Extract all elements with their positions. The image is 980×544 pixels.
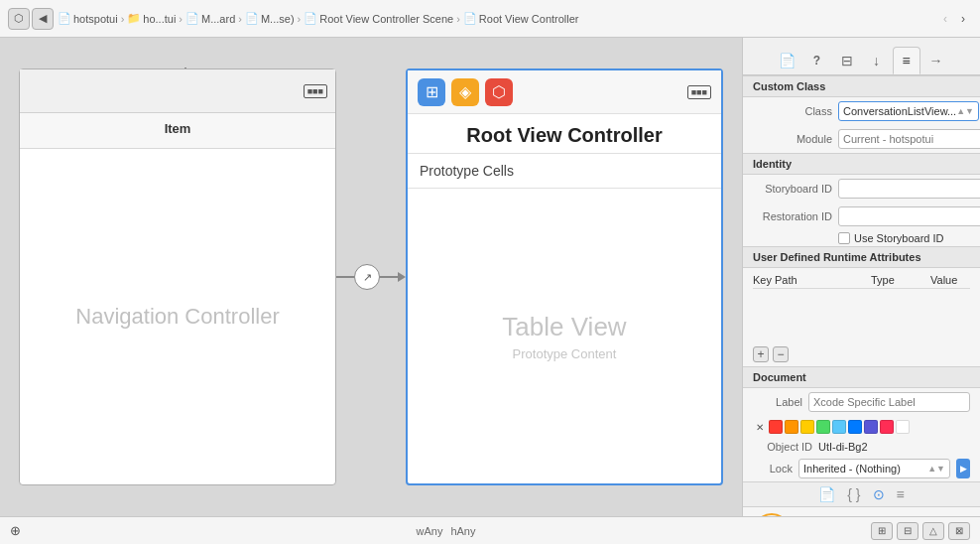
tab-identity[interactable]: ⊟ <box>833 47 861 74</box>
breadcrumb-icon-6: 📄 <box>463 12 477 25</box>
height-any-label: hAny <box>450 525 475 537</box>
swatch-orange[interactable] <box>785 420 798 434</box>
toolbar-nav: ⬡ ◀ <box>8 8 54 30</box>
swatch-light-blue[interactable] <box>832 420 846 434</box>
table-top-bar: ⊞ ◈ ⬡ ■■■ <box>408 70 721 114</box>
tab-connections[interactable]: → <box>922 47 950 74</box>
breadcrumb-item-2[interactable]: ho...tui <box>143 13 176 25</box>
breadcrumb-item-3[interactable]: M...ard <box>201 13 235 25</box>
runtime-table-body <box>753 289 970 339</box>
nav-controller: ■■■ Item Navigation Controller <box>19 68 336 485</box>
tab-help[interactable]: ? <box>803 47 831 74</box>
table-view-controller: ⊞ ◈ ⬡ ■■■ Root View Controller Prototype… <box>406 68 723 485</box>
object-id-row: Object ID UtI-di-Bg2 <box>743 438 980 456</box>
breadcrumb-icon-5: 📄 <box>304 12 317 25</box>
color-swatches-row: ✕ <box>743 416 980 438</box>
label-field-label: Label <box>753 396 802 408</box>
class-stepper-icon: ▲▼ <box>956 106 974 116</box>
chevron-nav: ‹ › <box>936 8 972 30</box>
breadcrumb-icon-2: 📁 <box>127 12 141 25</box>
forward-button[interactable]: ◀ <box>32 8 54 30</box>
bottom-left: ⊕ <box>10 523 21 538</box>
breadcrumb-item-1[interactable]: hotspotui <box>73 13 118 25</box>
chevron-left-button[interactable]: ‹ <box>936 8 954 30</box>
object-id-label: Object ID <box>753 441 812 453</box>
bptab-identity[interactable]: ⊙ <box>873 486 885 502</box>
relationship-icon: ↗ <box>363 271 372 284</box>
panel-tabs: 📄 ? ⊟ ↓ ≡ → <box>743 38 980 75</box>
bottom-add-icon[interactable]: ⊕ <box>10 523 21 538</box>
swatch-white[interactable] <box>896 420 910 434</box>
cube-icon: ◈ <box>451 78 479 106</box>
breadcrumb-icon-3: 📄 <box>185 12 199 25</box>
nav-controller-status-bar: ■■■ <box>20 69 335 113</box>
main-area: ■■■ Item Navigation Controller ↗ ⊞ ◈ <box>0 38 980 516</box>
class-value: ConversationListView... <box>843 105 956 117</box>
module-input[interactable] <box>838 129 980 149</box>
lock-action-btn[interactable]: ▶ <box>956 459 970 478</box>
lock-select[interactable]: Inherited - (Nothing) ▲▼ <box>798 459 950 478</box>
add-attribute-button[interactable]: + <box>753 346 769 362</box>
breadcrumb-item-4[interactable]: M...se) <box>261 13 295 25</box>
use-storyboard-checkbox[interactable] <box>838 232 850 244</box>
swatch-blue[interactable] <box>848 420 862 434</box>
label-input[interactable] <box>808 392 970 412</box>
breadcrumb-item-6[interactable]: Root View Controller <box>479 13 579 25</box>
runtime-attributes-header: User Defined Runtime Attributes <box>743 246 980 268</box>
class-input[interactable]: ConversationListView... ▲▼ <box>838 101 979 121</box>
toolbar: ⬡ ◀ 📄 hotspotui › 📁 ho...tui › 📄 M...ard… <box>0 0 980 38</box>
bptab-attributes[interactable]: ≡ <box>897 486 905 502</box>
back-icon: ⬡ <box>14 12 24 25</box>
bottom-right: ⊞ ⊟ △ ⊠ <box>871 522 970 540</box>
bptab-code[interactable]: { } <box>847 486 860 502</box>
swatch-pink[interactable] <box>880 420 894 434</box>
bptab-file[interactable]: 📄 <box>818 486 835 502</box>
exit-icon: ⬡ <box>485 78 513 106</box>
update-frames-button[interactable]: ⊠ <box>948 522 970 540</box>
tab-attributes[interactable]: ≡ <box>893 47 920 74</box>
custom-class-header: Custom Class <box>743 75 980 97</box>
lock-row: Lock Inherited - (Nothing) ▲▼ ▶ <box>743 456 980 481</box>
bottom-center: wAny hAny <box>417 525 476 537</box>
table-top-icons: ⊞ ◈ ⬡ <box>418 78 513 106</box>
swatch-purple[interactable] <box>864 420 878 434</box>
pin-tool-button[interactable]: ⊟ <box>897 522 919 540</box>
canvas: ■■■ Item Navigation Controller ↗ ⊞ ◈ <box>0 38 742 516</box>
right-panel: 📄 ? ⊟ ↓ ≡ → Custom Class Class Conversat… <box>742 38 980 516</box>
restoration-id-label: Restoration ID <box>753 210 832 222</box>
label-field-row: Label <box>743 388 980 416</box>
prototype-cells-label: Prototype Cells <box>420 163 514 179</box>
table-view-main-label: Table View <box>502 312 626 342</box>
table-view-title: Root View Controller <box>420 124 709 147</box>
lock-dropdown-icon: ▲▼ <box>927 464 945 474</box>
storyboard-id-input[interactable] <box>838 179 980 199</box>
storyboard-id-row: Storyboard ID <box>743 175 980 203</box>
swatch-yellow[interactable] <box>800 420 814 434</box>
back-button[interactable]: ⬡ <box>8 8 30 30</box>
identity-header: Identity <box>743 153 980 175</box>
bottom-panel-tabs: 📄 { } ⊙ ≡ <box>743 481 980 507</box>
swatch-red[interactable] <box>769 420 783 434</box>
align-tool-button[interactable]: ⊞ <box>871 522 893 540</box>
panel-scroll-area: Custom Class Class ConversationListView.… <box>743 75 980 516</box>
tab-file[interactable]: 📄 <box>774 47 801 74</box>
tab-size[interactable]: ↓ <box>863 47 891 74</box>
prototype-cells-section: Prototype Cells <box>408 154 721 189</box>
object-id-value: UtI-di-Bg2 <box>818 441 868 453</box>
breadcrumb-item-5[interactable]: Root View Controller Scene <box>319 13 453 25</box>
resolve-tool-button[interactable]: △ <box>922 522 944 540</box>
storyboard-checkbox-row: Use Storyboard ID <box>743 230 980 246</box>
swatch-green[interactable] <box>816 420 830 434</box>
use-storyboard-label: Use Storyboard ID <box>854 232 943 244</box>
breadcrumb-icon-1: 📄 <box>58 12 71 25</box>
chevron-right-button[interactable]: › <box>954 8 972 30</box>
col-type: Type <box>871 274 920 286</box>
clear-color-button[interactable]: ✕ <box>753 420 767 434</box>
restoration-id-input[interactable] <box>838 206 980 226</box>
table-view-body: Table View Prototype Content <box>408 189 721 483</box>
runtime-table-header: Key Path Type Value <box>753 272 970 289</box>
col-key-path: Key Path <box>753 274 861 286</box>
relationship-circle: ↗ <box>354 264 380 290</box>
class-field-row: Class ConversationListView... ▲▼ ▶ <box>743 97 980 125</box>
remove-attribute-button[interactable]: − <box>773 346 789 362</box>
